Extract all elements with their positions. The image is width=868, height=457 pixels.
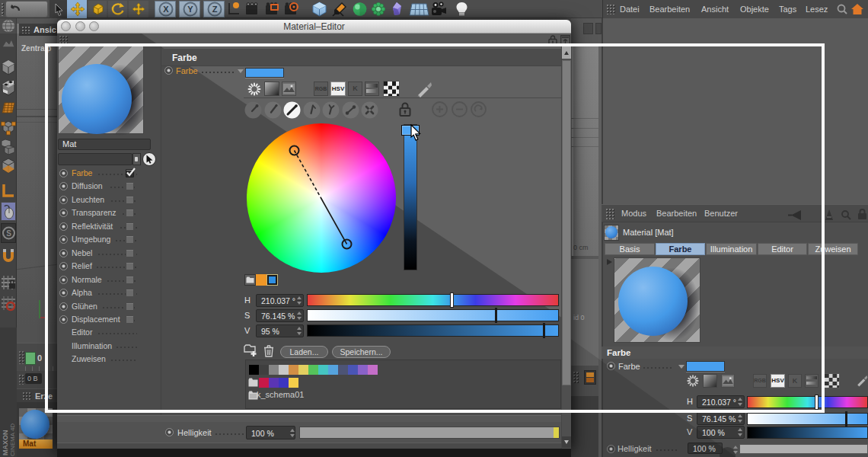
svg-text:S: S — [6, 229, 11, 238]
svg-text:Z: Z — [212, 5, 218, 14]
svg-text:X: X — [163, 5, 169, 14]
svg-text:CINEMA 4D: CINEMA 4D — [9, 423, 16, 456]
svg-text:MAXON: MAXON — [2, 430, 9, 456]
svg-text:Y: Y — [187, 5, 193, 14]
